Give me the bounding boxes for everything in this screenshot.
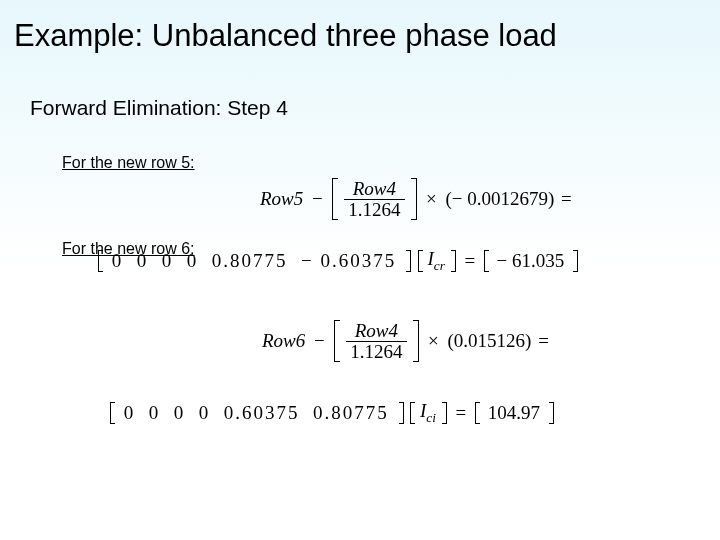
right-bracket [411, 178, 417, 220]
row5-operation-equation: Row5 − Row4 1.1264 × (− 0.0012679) = [260, 178, 572, 220]
equals-sign: = [464, 250, 475, 272]
left-bracket [334, 320, 340, 362]
right-bracket [451, 250, 456, 272]
times-sign: × [426, 188, 437, 210]
right-bracket [573, 250, 578, 272]
row5-lhs: Row5 [260, 188, 303, 210]
row6-fraction: Row4 1.1264 [346, 321, 406, 362]
left-bracket [475, 402, 480, 424]
row5-label: For the new row 5: [0, 154, 720, 172]
row5-rhs: − 61.035 [494, 250, 568, 272]
slide-subtitle: Forward Elimination: Step 4 [0, 54, 720, 120]
row5-fraction: Row4 1.1264 [344, 179, 404, 220]
row6-frac-den: 1.1264 [346, 342, 406, 362]
row5-matrix: 0 0 0 0 0.80775 − 0.60375 [108, 250, 400, 272]
right-paren: ) [548, 188, 554, 210]
right-bracket [442, 402, 447, 424]
row6-variable: Ici [420, 400, 436, 426]
right-bracket [406, 250, 411, 272]
right-paren: ) [525, 330, 531, 352]
row5-variable: Icr [427, 248, 444, 274]
row6-result-equation: 0 0 0 0 0.60375 0.80775 Ici = 104.97 [110, 400, 554, 426]
left-bracket [332, 178, 338, 220]
right-bracket [413, 320, 419, 362]
row5-frac-num: Row4 [344, 179, 404, 200]
row6-lhs: Row6 [262, 330, 305, 352]
left-bracket [98, 250, 103, 272]
times-sign: × [428, 330, 439, 352]
left-bracket [110, 402, 115, 424]
row6-rhs: 104.97 [485, 402, 543, 424]
row5-frac-den: 1.1264 [344, 200, 404, 220]
right-bracket [549, 402, 554, 424]
row6-multiplier: 0.015126 [454, 330, 525, 352]
row5-multiplier: − 0.0012679 [452, 188, 548, 210]
equals-sign: = [561, 188, 572, 210]
left-bracket [418, 250, 423, 272]
equals-sign: = [538, 330, 549, 352]
row6-operation-equation: Row6 − Row4 1.1264 × (0.015126) = [262, 320, 549, 362]
row5-result-equation: 0 0 0 0 0.80775 − 0.60375 Icr = − 61.035 [98, 248, 578, 274]
slide-title: Example: Unbalanced three phase load [0, 0, 720, 54]
equals-sign: = [455, 402, 466, 424]
minus-sign: − [312, 188, 323, 210]
left-bracket [410, 402, 415, 424]
row6-matrix: 0 0 0 0 0.60375 0.80775 [120, 402, 393, 424]
left-bracket [484, 250, 489, 272]
minus-sign: − [314, 330, 325, 352]
row6-frac-num: Row4 [346, 321, 406, 342]
right-bracket [399, 402, 404, 424]
